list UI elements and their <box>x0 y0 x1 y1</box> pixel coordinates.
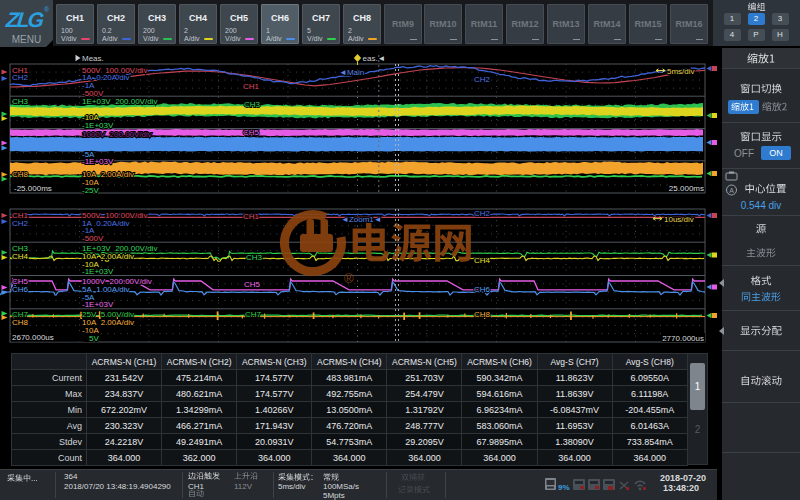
svg-text:CH2: CH2 <box>12 73 29 82</box>
svg-text:◄Zoom1◄: ◄Zoom1◄ <box>341 215 382 224</box>
svg-text:CH6: CH6 <box>474 285 491 294</box>
svg-text:CH4: CH4 <box>12 252 29 261</box>
svg-text:-1E+03V: -1E+03V <box>82 121 114 130</box>
svg-text:1000V 200.00V/div: 1000V 200.00V/div <box>82 130 152 139</box>
svg-text:-500V: -500V <box>82 234 104 243</box>
svg-text:CH3: CH3 <box>246 253 263 262</box>
svg-text:CH3: CH3 <box>244 100 261 109</box>
svg-text:2670.000us: 2670.000us <box>12 333 54 342</box>
svg-text:CH8: CH8 <box>12 318 29 327</box>
svg-text:CH5: CH5 <box>243 128 260 137</box>
svg-text:CH8: CH8 <box>474 310 491 319</box>
svg-text:9%: 9% <box>558 483 570 492</box>
svg-text:25.000ms: 25.000ms <box>669 184 704 193</box>
svg-text:1E+03V 200.00V/div: 1E+03V 200.00V/div <box>82 97 157 106</box>
svg-text:CH4: CH4 <box>474 256 491 265</box>
svg-text:CH8: CH8 <box>12 170 29 179</box>
svg-text:-25V: -25V <box>82 186 100 195</box>
svg-text:2770.000us: 2770.000us <box>662 334 704 343</box>
svg-text:CH2: CH2 <box>12 219 29 228</box>
svg-text:eas.◄: eas.◄ <box>363 54 386 63</box>
svg-text:-1E+03V: -1E+03V <box>82 300 114 309</box>
svg-text:CH3: CH3 <box>12 97 29 106</box>
svg-text:-25.000ms: -25.000ms <box>14 184 52 193</box>
svg-text:-1E+03V: -1E+03V <box>82 267 114 276</box>
svg-text:®: ® <box>344 271 354 286</box>
svg-text:CH1: CH1 <box>243 82 260 91</box>
svg-text:CH5: CH5 <box>244 280 261 289</box>
svg-text:10us/div: 10us/div <box>664 215 694 224</box>
svg-text:CH2: CH2 <box>474 209 491 218</box>
svg-text:-1E+03V: -1E+03V <box>82 157 114 166</box>
svg-text:CH6: CH6 <box>12 285 29 294</box>
svg-text:Meas.: Meas. <box>82 54 104 63</box>
svg-text:◄Main: ◄Main <box>339 68 364 77</box>
svg-text:5ms/div: 5ms/div <box>667 67 695 76</box>
svg-text:CH7: CH7 <box>245 310 262 319</box>
svg-text:CH2: CH2 <box>474 75 491 84</box>
svg-text:CH1: CH1 <box>243 212 260 221</box>
